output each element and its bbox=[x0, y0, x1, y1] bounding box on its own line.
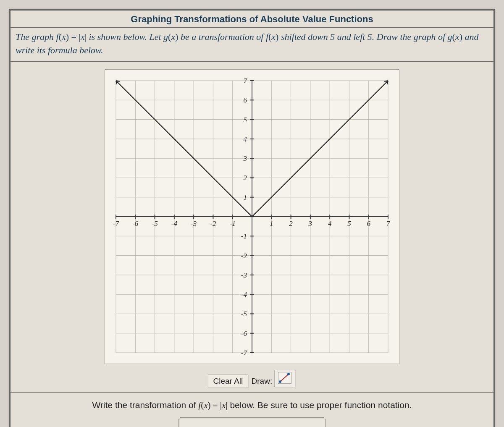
svg-text:3: 3 bbox=[308, 220, 312, 228]
svg-text:-6: -6 bbox=[241, 329, 247, 337]
svg-text:6: 6 bbox=[244, 96, 247, 104]
svg-text:3: 3 bbox=[243, 155, 247, 162]
svg-text:5: 5 bbox=[347, 220, 351, 228]
svg-text:4: 4 bbox=[244, 135, 247, 143]
clear-all-button[interactable]: Clear All bbox=[208, 375, 249, 388]
answer-prompt: Write the transformation of f(x) = |x| b… bbox=[15, 400, 489, 411]
answer-cell: Write the transformation of f(x) = |x| b… bbox=[10, 392, 494, 427]
page-title: Graphing Transformations of Absolute Val… bbox=[10, 10, 494, 28]
svg-text:-4: -4 bbox=[241, 291, 247, 299]
draw-label: Draw: bbox=[252, 377, 273, 385]
svg-text:-2: -2 bbox=[241, 251, 247, 259]
svg-text:-4: -4 bbox=[171, 220, 178, 228]
graph-cell: -7-6-5-4-3-2-11234567-7-6-5-4-3-2-112345… bbox=[10, 61, 494, 392]
svg-text:5: 5 bbox=[244, 115, 247, 123]
svg-text:4: 4 bbox=[328, 220, 332, 228]
svg-text:-1: -1 bbox=[241, 232, 247, 240]
svg-point-90 bbox=[287, 373, 290, 375]
svg-text:7: 7 bbox=[386, 220, 391, 228]
svg-text:-5: -5 bbox=[152, 220, 158, 228]
svg-text:-6: -6 bbox=[132, 220, 139, 228]
svg-text:1: 1 bbox=[270, 220, 273, 228]
svg-text:2: 2 bbox=[244, 174, 247, 182]
svg-text:-7: -7 bbox=[241, 349, 248, 357]
svg-text:-2: -2 bbox=[210, 220, 216, 228]
svg-text:-3: -3 bbox=[241, 271, 247, 279]
svg-text:2: 2 bbox=[289, 220, 293, 228]
svg-line-88 bbox=[280, 374, 289, 382]
problem-prompt: The graph f(x) = |x| is shown below. Let… bbox=[10, 28, 494, 62]
svg-text:1: 1 bbox=[244, 193, 247, 201]
worksheet-table: Graphing Transformations of Absolute Val… bbox=[9, 9, 495, 427]
svg-point-89 bbox=[279, 380, 281, 383]
line-tool-icon bbox=[278, 372, 291, 384]
svg-text:-1: -1 bbox=[230, 220, 236, 228]
svg-text:-7: -7 bbox=[113, 220, 120, 228]
draw-line-tool-button[interactable] bbox=[274, 370, 295, 387]
svg-text:-3: -3 bbox=[191, 220, 197, 228]
formula-input[interactable] bbox=[178, 417, 326, 427]
svg-text:-5: -5 bbox=[241, 310, 247, 318]
coordinate-plane[interactable]: -7-6-5-4-3-2-11234567-7-6-5-4-3-2-112345… bbox=[105, 69, 399, 364]
svg-text:6: 6 bbox=[367, 220, 370, 228]
